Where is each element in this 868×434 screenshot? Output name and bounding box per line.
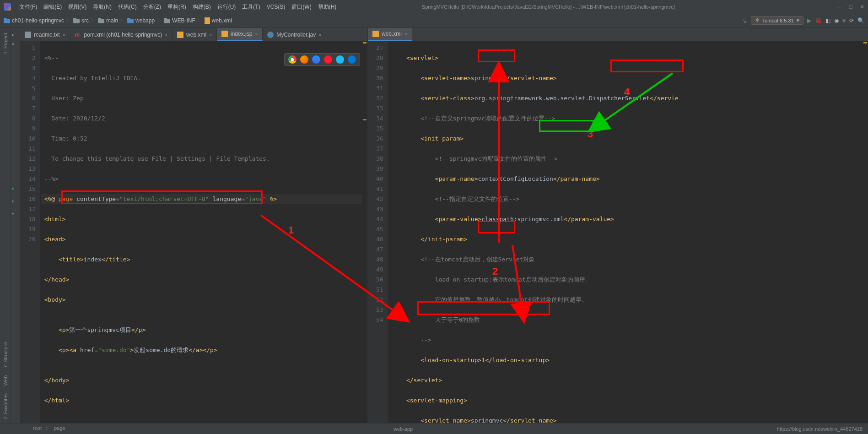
gutter-right: 2728293031323334353637383940414243444546… <box>368 41 388 423</box>
menu-vcs[interactable]: VCS(S) <box>264 3 288 11</box>
scroll-markers-left <box>362 41 367 423</box>
ie-icon[interactable] <box>336 55 344 64</box>
status-crumb[interactable]: web-app <box>394 426 413 432</box>
status-crumbs-left: root 〉 page <box>33 425 65 432</box>
minimize-button[interactable]: — <box>836 4 842 10</box>
tree-expand-2[interactable]: ▾ <box>11 41 20 48</box>
gutter-left: 1234567891011121314151617181920 <box>20 41 41 423</box>
close-icon[interactable]: × <box>404 32 407 37</box>
structure-tool-tab[interactable]: 7: Structure <box>2 338 9 372</box>
close-icon[interactable]: × <box>63 33 65 38</box>
crumb-main[interactable]: main <box>98 17 118 24</box>
crumb-src[interactable]: src <box>73 17 89 24</box>
menu-window[interactable]: 窗口(W) <box>289 2 314 12</box>
navbar: ch01-hello-springmvc 〉 src 〉 main 〉 weba… <box>0 14 868 27</box>
watermark: https://blog.csdn.net/weixin_44827418 <box>777 426 863 432</box>
tree-run-3[interactable]: ▸ <box>11 210 20 217</box>
left-toolbar: 1: Project 7: Structure Web 2: Favorites <box>0 27 11 423</box>
menu-refactor[interactable]: 重构(R) <box>165 2 189 12</box>
menu-run[interactable]: 运行(U) <box>215 2 239 12</box>
firefox-icon[interactable] <box>300 55 308 64</box>
search-button[interactable]: 🔍 <box>857 17 864 24</box>
opera-icon[interactable] <box>324 55 332 64</box>
menu-view[interactable]: 视图(V) <box>65 2 89 12</box>
profile-button[interactable]: ◉ <box>834 17 839 24</box>
menu-code[interactable]: 代码(C) <box>115 2 140 12</box>
crumb-module[interactable]: ch01-hello-springmvc <box>4 17 64 24</box>
tree-run-2[interactable]: ▸ <box>11 197 20 204</box>
tab-webxml-right[interactable]: web.xml× <box>368 28 412 41</box>
menu-file[interactable]: 文件(F) <box>16 2 40 12</box>
tab-indexjsp[interactable]: index.jsp× <box>217 28 263 41</box>
titlebar: 文件(F) 编辑(E) 视图(V) 导航(N) 代码(C) 分析(Z) 重构(R… <box>0 0 868 14</box>
close-icon[interactable]: × <box>318 33 321 38</box>
crumb-webinf[interactable]: WEB-INF <box>164 17 195 24</box>
code-left[interactable]: <%-- Created by IntelliJ IDEA. User: Zep… <box>41 41 367 423</box>
breadcrumb: ch01-hello-springmvc 〉 src 〉 main 〉 weba… <box>4 16 232 24</box>
tree-run-1[interactable]: ▸ <box>11 185 20 192</box>
status-crumb[interactable]: root <box>33 425 42 432</box>
status-crumb[interactable]: page <box>54 425 65 432</box>
tab-mycontroller[interactable]: MyController.jav× <box>263 29 326 41</box>
run-button[interactable]: ▶ <box>807 17 811 24</box>
statusbar: root 〉 page web-app https://blog.csdn.ne… <box>0 423 868 434</box>
menu-help[interactable]: 帮助(H) <box>315 2 340 12</box>
close-icon[interactable]: × <box>255 32 258 37</box>
editor-pane-right: web.xml× 2728293031323334353637383940414… <box>368 27 868 423</box>
menu-tools[interactable]: 工具(T) <box>239 2 263 12</box>
stop-button[interactable]: ■ <box>842 17 846 24</box>
tab-readme[interactable]: readme.txt× <box>20 29 70 41</box>
crumb-webapp[interactable]: webapp <box>127 17 155 24</box>
code-area-right[interactable]: 2728293031323334353637383940414243444546… <box>368 41 868 423</box>
code-area-left[interactable]: 1234567891011121314151617181920 <%-- Cre… <box>20 41 367 423</box>
run-config-selector[interactable]: ♆ Tomcat 8.5.31 ▾ <box>751 16 803 25</box>
editor-tabs-right: web.xml× <box>368 27 868 41</box>
app-logo <box>4 3 11 11</box>
maximize-button[interactable]: □ <box>849 4 852 10</box>
update-button[interactable]: ⟳ <box>849 17 854 24</box>
window-title: SpringMVCHello [D:\CWork\IdeaProjects\Ja… <box>422 4 675 10</box>
coverage-button[interactable]: ◧ <box>825 17 830 24</box>
browser-preview-icons <box>284 53 360 66</box>
menu-navigate[interactable]: 导航(N) <box>90 2 114 12</box>
tab-pom[interactable]: mpom.xml (ch01-hello-springmvc)× <box>70 29 173 41</box>
editor-tabs-left: readme.txt× mpom.xml (ch01-hello-springm… <box>20 27 367 41</box>
scroll-markers-right <box>863 41 868 423</box>
crumb-file[interactable]: web.xml <box>205 17 232 24</box>
menubar: 文件(F) 编辑(E) 视图(V) 导航(N) 代码(C) 分析(Z) 重构(R… <box>15 1 341 12</box>
close-icon[interactable]: × <box>209 33 212 38</box>
editor-pane-left: readme.txt× mpom.xml (ch01-hello-springm… <box>20 27 368 423</box>
code-right[interactable]: <servlet> <servlet-name>springmvc</servl… <box>388 41 868 423</box>
status-crumbs-right: web-app <box>394 426 413 432</box>
menu-edit[interactable]: 编辑(E) <box>41 2 65 12</box>
menu-analyze[interactable]: 分析(Z) <box>140 2 164 12</box>
web-tool-tab[interactable]: Web <box>2 372 9 389</box>
menu-build[interactable]: 构建(B) <box>190 2 214 12</box>
favorites-tool-tab[interactable]: 2: Favorites <box>2 390 9 423</box>
window-controls: — □ ✕ <box>836 4 864 10</box>
project-tool-tab[interactable]: 1: Project <box>2 29 9 58</box>
tree-expand-1[interactable]: ▸ <box>11 31 20 38</box>
close-button[interactable]: ✕ <box>860 4 864 10</box>
project-tree-collapsed: ▸ ▾ ▸ ▸ ▸ <box>11 27 20 423</box>
tab-webxml-left[interactable]: web.xml× <box>173 29 217 41</box>
debug-button[interactable]: 🐞 <box>815 17 822 24</box>
chrome-icon[interactable] <box>288 55 297 64</box>
edge-icon[interactable] <box>348 55 356 64</box>
close-icon[interactable]: × <box>165 33 167 38</box>
safari-icon[interactable] <box>312 55 320 64</box>
build-icon[interactable]: ↘ <box>742 17 747 24</box>
